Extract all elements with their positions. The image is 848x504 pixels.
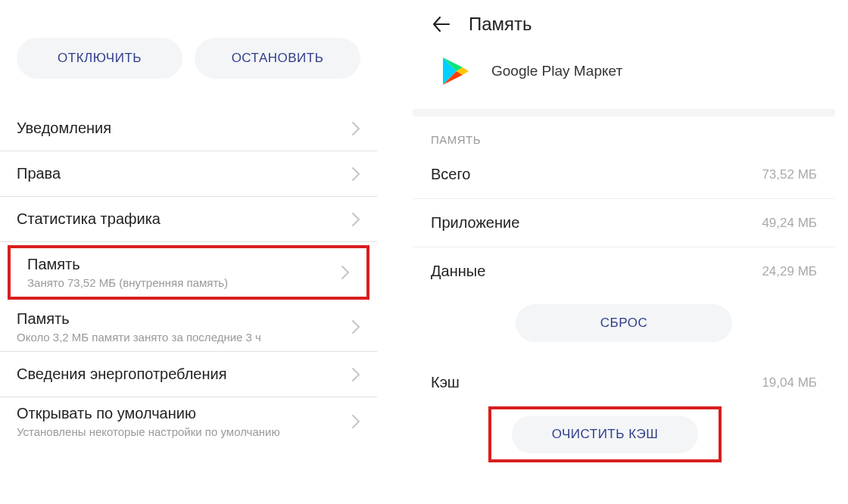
row-sublabel: Занято 73,52 МБ (внутренняя память): [27, 276, 228, 289]
disable-button[interactable]: ОТКЛЮЧИТЬ: [17, 38, 182, 79]
memory-detail-panel: Память Google Play Маркет ПАМЯТЬ Всего 7…: [413, 0, 835, 504]
row-sublabel: Установлены некоторые настройки по умолч…: [17, 425, 280, 438]
stat-data: Данные 24,29 МБ: [413, 247, 835, 295]
row-label: Права: [17, 165, 61, 182]
clear-cache-button[interactable]: ОЧИСТИТЬ КЭШ: [512, 415, 698, 453]
row-label: Статистика трафика: [17, 210, 161, 228]
reset-button[interactable]: СБРОС: [516, 304, 732, 342]
stat-app: Приложение 49,24 МБ: [413, 199, 835, 247]
row-open-default[interactable]: Открывать по умолчанию Установлены некот…: [0, 397, 377, 446]
app-name: Google Play Маркет: [491, 63, 622, 79]
row-traffic[interactable]: Статистика трафика: [0, 197, 377, 242]
row-label: Память: [17, 310, 70, 328]
row-label: Память: [27, 256, 80, 273]
stat-cache: Кэш 19,04 МБ: [413, 359, 835, 406]
stat-value: 73,52 МБ: [762, 167, 817, 182]
chevron-right-icon: [351, 319, 360, 334]
row-energy[interactable]: Сведения энергопотребления: [0, 352, 377, 397]
highlight-memory-row: Память Занято 73,52 МБ (внутренняя памят…: [8, 245, 369, 300]
section-divider: [413, 109, 835, 117]
chevron-right-icon: [351, 414, 360, 429]
stat-label: Кэш: [431, 374, 460, 391]
stat-label: Всего: [431, 166, 470, 183]
action-buttons: ОТКЛЮЧИТЬ ОСТАНОВИТЬ: [0, 38, 377, 106]
row-label: Открывать по умолчанию: [17, 405, 196, 422]
row-permissions[interactable]: Права: [0, 151, 377, 197]
chevron-right-icon: [351, 367, 360, 382]
app-info-panel: ОТКЛЮЧИТЬ ОСТАНОВИТЬ Уведомления Права С…: [0, 0, 377, 504]
stat-label: Приложение: [431, 214, 519, 232]
stat-label: Данные: [431, 263, 485, 280]
stat-total: Всего 73,52 МБ: [413, 151, 835, 199]
section-label: ПАМЯТЬ: [413, 117, 835, 151]
chevron-right-icon: [351, 212, 360, 227]
stat-value: 24,29 МБ: [762, 264, 817, 279]
chevron-right-icon: [341, 265, 350, 280]
row-memory[interactable]: Память Занято 73,52 МБ (внутренняя памят…: [11, 248, 366, 297]
stat-value: 19,04 МБ: [762, 375, 817, 390]
row-memory-usage[interactable]: Память Около 3,2 МБ памяти занято за пос…: [0, 303, 377, 352]
row-label: Сведения энергопотребления: [17, 366, 227, 383]
stat-value: 49,24 МБ: [762, 216, 817, 231]
stop-button[interactable]: ОСТАНОВИТЬ: [195, 38, 360, 79]
chevron-right-icon: [351, 121, 360, 136]
reset-row: СБРОС: [413, 295, 835, 359]
highlight-clear-cache: ОЧИСТИТЬ КЭШ: [488, 406, 722, 462]
row-notifications[interactable]: Уведомления: [0, 106, 377, 151]
chevron-right-icon: [351, 166, 360, 182]
page-title: Память: [469, 14, 532, 35]
back-arrow-icon[interactable]: [431, 14, 450, 34]
row-label: Уведомления: [17, 120, 111, 137]
app-row: Google Play Маркет: [413, 42, 835, 109]
row-sublabel: Около 3,2 МБ памяти занято за последние …: [17, 331, 261, 344]
google-play-icon: [440, 56, 470, 86]
panel-header: Память: [413, 0, 835, 42]
